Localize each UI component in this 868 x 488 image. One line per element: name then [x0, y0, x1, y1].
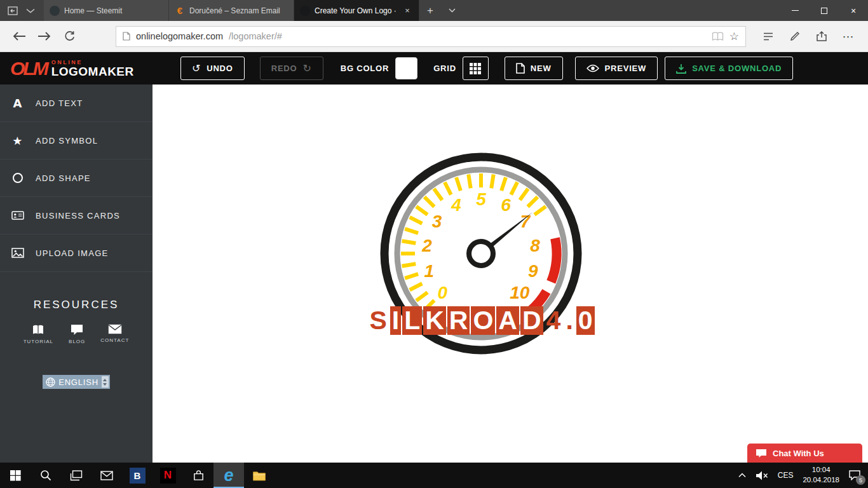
browser-addressbar: onlinelogomaker.com/logomaker/# ☆ ⋯ — [0, 21, 868, 52]
svg-text:2: 2 — [421, 236, 432, 255]
forward-button[interactable] — [32, 24, 57, 49]
taskbar-clock[interactable]: 10:04 20.04.2018 — [803, 465, 839, 485]
chat-label: Chat With Us — [773, 449, 824, 458]
redo-label: REDO — [271, 64, 297, 73]
logo-canvas[interactable]: 012345678910 SILKROAD4.0 — [153, 85, 868, 463]
sidebar-item-label: UPLOAD IMAGE — [36, 248, 109, 258]
sidebar-item-label: ADD SYMBOL — [36, 136, 98, 146]
logomaker-brand-logo[interactable]: OLM ONLINE LOGOMAKER — [0, 58, 160, 79]
language-value: ENGLISH — [58, 377, 98, 387]
set-aside-tabs-icon[interactable] — [8, 6, 18, 15]
text-tool-icon: A — [11, 97, 25, 110]
sidebar-item-add-text[interactable]: A ADD TEXT — [0, 85, 153, 122]
tab-create-your-own-logo[interactable]: Create Your Own Logo · × — [294, 0, 419, 21]
resource-contact-link[interactable]: CONTACT — [100, 324, 129, 344]
preview-label: PREVIEW — [605, 64, 647, 73]
edge-icon: e — [224, 467, 233, 484]
more-actions-button[interactable]: ⋯ — [835, 24, 862, 49]
tab-preview-icon[interactable] — [26, 8, 35, 13]
sidebar-item-add-symbol[interactable]: ★ ADD SYMBOL — [0, 122, 153, 159]
undo-icon: ↺ — [192, 62, 201, 74]
logo-letter: A — [496, 306, 519, 335]
svg-text:0: 0 — [437, 283, 447, 302]
back-button[interactable] — [6, 24, 32, 49]
logo-wordmark-silkroad[interactable]: SILKROAD4.0 — [329, 306, 634, 335]
redo-button[interactable]: REDO ↻ — [260, 57, 323, 80]
seznam-favicon: € — [175, 6, 185, 16]
web-note-pen-button[interactable] — [782, 24, 808, 49]
mail-app-button[interactable] — [92, 463, 122, 488]
resource-tutorial-link[interactable]: TUTORIAL — [24, 324, 53, 344]
grid-label: GRID — [433, 64, 456, 73]
taskbar-search-button[interactable] — [31, 463, 61, 488]
window-close-button[interactable]: × — [839, 0, 868, 21]
grid-icon — [470, 63, 481, 74]
tab-seznam-email[interactable]: € Doručené – Seznam Email — [169, 0, 294, 21]
book-icon — [31, 324, 45, 336]
file-explorer-button[interactable] — [244, 463, 275, 488]
window-maximize-button[interactable] — [810, 0, 839, 21]
share-button[interactable] — [808, 24, 835, 49]
chat-with-us-button[interactable]: Chat With Us — [747, 444, 862, 463]
system-tray: CES 10:04 20.04.2018 5 — [738, 465, 868, 485]
bg-color-swatch[interactable] — [395, 57, 417, 79]
store-app-button[interactable] — [183, 463, 214, 488]
eye-icon — [587, 64, 599, 72]
resource-label: CONTACT — [100, 337, 129, 343]
tray-chevron-up-icon[interactable] — [738, 473, 746, 478]
new-button[interactable]: NEW — [505, 57, 563, 80]
comment-icon — [71, 324, 83, 336]
mail-icon — [100, 471, 113, 480]
start-button[interactable] — [0, 463, 31, 488]
preview-button[interactable]: PREVIEW — [575, 57, 658, 80]
refresh-button[interactable] — [57, 24, 83, 49]
tab-list-chevron-icon[interactable] — [441, 0, 463, 21]
volume-muted-icon[interactable] — [756, 471, 768, 480]
tab-home-steemit[interactable]: Home — Steemit — [44, 0, 169, 21]
sidebar-item-business-cards[interactable]: BUSINESS CARDS — [0, 197, 153, 234]
favorites-star-icon[interactable]: ☆ — [729, 30, 739, 43]
tools-sidebar: A ADD TEXT ★ ADD SYMBOL ADD SHAPE BUSINE… — [0, 85, 153, 463]
grid-button[interactable] — [463, 57, 489, 80]
brand-logomaker-label: LOGOMAKER — [51, 65, 134, 78]
windows-logo-icon — [10, 470, 21, 481]
maximize-icon — [821, 8, 827, 14]
input-language-indicator[interactable]: CES — [778, 471, 794, 480]
url-field[interactable]: onlinelogomaker.com/logomaker/# ☆ — [116, 26, 746, 47]
browser-titlebar: Home — Steemit € Doručené – Seznam Email… — [0, 0, 868, 21]
resource-label: BLOG — [69, 339, 85, 344]
undo-button[interactable]: ↺ UNDO — [180, 57, 245, 80]
b-tile-icon: B — [130, 468, 146, 484]
svg-text:10: 10 — [510, 283, 530, 302]
sidebar-item-upload-image[interactable]: UPLOAD IMAGE — [0, 234, 153, 272]
new-tab-button[interactable]: + — [419, 0, 441, 21]
minimize-icon — [792, 10, 799, 11]
sidebar-item-label: ADD TEXT — [36, 98, 83, 108]
date-value: 20.04.2018 — [803, 475, 839, 485]
svg-text:5: 5 — [476, 189, 486, 209]
tab-close-icon[interactable]: × — [402, 5, 413, 17]
reading-view-icon[interactable] — [712, 32, 724, 41]
edge-app-button[interactable]: e — [214, 463, 244, 488]
logo-letter: I — [390, 306, 401, 335]
task-view-button[interactable] — [61, 463, 92, 488]
netflix-app-button[interactable]: N — [153, 463, 183, 488]
resource-label: TUTORIAL — [24, 339, 53, 344]
new-file-icon — [516, 63, 525, 74]
sidebar-item-add-shape[interactable]: ADD SHAPE — [0, 159, 153, 197]
resource-blog-link[interactable]: BLOG — [69, 324, 85, 344]
new-label: NEW — [531, 64, 552, 73]
save-download-button[interactable]: SAVE & DOWNLOAD — [665, 57, 793, 80]
svg-text:1: 1 — [424, 261, 434, 281]
store-bag-icon — [193, 470, 205, 482]
more-icon: ⋯ — [843, 30, 855, 43]
hub-button[interactable] — [755, 24, 782, 49]
svg-text:3: 3 — [432, 212, 442, 231]
action-center-button[interactable]: 5 — [849, 470, 860, 480]
language-select[interactable]: ENGLISH — [43, 375, 110, 389]
b-tile-app-button[interactable]: B — [122, 463, 153, 488]
tab-title: Create Your Own Logo · — [315, 6, 397, 15]
download-icon — [676, 64, 686, 74]
svg-text:9: 9 — [528, 261, 538, 281]
window-minimize-button[interactable] — [780, 0, 810, 21]
